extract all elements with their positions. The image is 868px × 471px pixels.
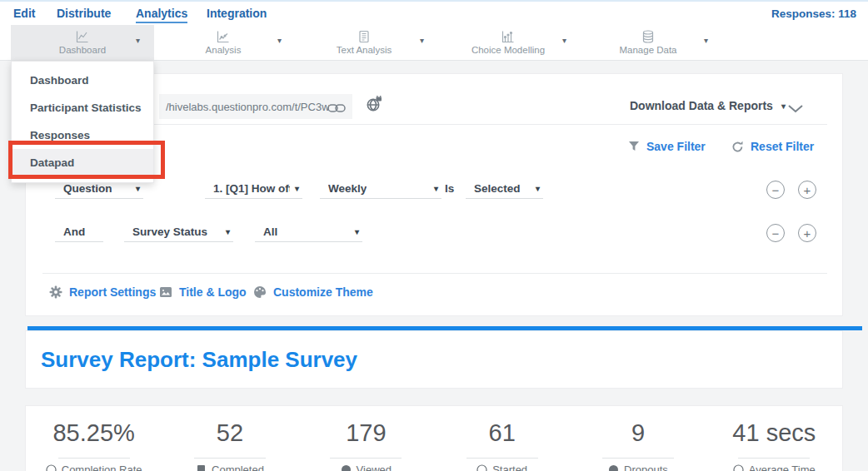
copy-link-icon[interactable] [327,102,346,117]
divider [738,458,810,459]
stat-value: 9 [570,419,706,447]
stats-row: 85.25% Completion Rate 52 Completed 179 … [26,406,842,471]
survey-status-field: Survey Status [132,226,207,238]
stat-value: 61 [434,419,570,447]
line-chart-icon [76,30,89,43]
filter-answer-select[interactable]: Weekly ▾ [320,179,441,199]
filter-question-select[interactable]: 1. [Q1] How often d... ▾ [205,179,302,199]
database-icon [641,30,655,43]
divider [42,124,827,125]
bar-dot-chart-icon [501,30,515,43]
stat-label: Started [492,464,527,471]
clock-icon [733,464,744,471]
tab-text-analysis-label: Text Analysis [337,45,392,55]
divider [466,458,538,459]
add-filter-button[interactable]: + [798,181,816,199]
nav-analytics[interactable]: Analytics [136,7,187,23]
stat-value: 179 [298,419,434,447]
conjunction-value: And [63,226,85,238]
questionpro-analytics-screen: Edit Distribute Analytics Integration Re… [0,0,868,471]
completion-rate-icon [46,464,57,471]
tab-analysis[interactable]: Analysis [157,25,290,60]
customize-theme-label: Customize Theme [273,285,373,299]
responses-count[interactable]: Responses: 118 [771,7,856,20]
stat-label: Completed [212,464,264,471]
menu-item-datapad[interactable]: Datapad [12,149,153,176]
tab-dashboard-label: Dashboard [59,45,106,55]
chevron-down-icon[interactable] [788,102,803,117]
stat-value: 52 [162,419,297,447]
tab-manage-data-label: Manage Data [619,45,676,55]
reset-filter-button[interactable]: Reset Filter [731,140,814,153]
filter-question-value: 1. [Q1] How often d... [213,182,290,195]
survey-status-select[interactable]: Survey Status ▾ [124,222,233,242]
caret-down-icon[interactable]: ▾ [420,36,424,45]
nav-edit[interactable]: Edit [13,7,35,20]
image-icon [159,285,172,299]
customize-theme-button[interactable]: Customize Theme [253,285,373,299]
caret-down-icon[interactable]: ▾ [277,36,282,45]
reset-filter-label: Reset Filter [751,140,814,153]
divider [42,273,827,274]
started-icon [476,464,487,471]
filter-condition-value: Selected [474,182,521,195]
title-logo-label: Title & Logo [179,285,247,299]
survey-status-value-select[interactable]: All ▾ [255,222,362,242]
divider [602,458,674,459]
operator-label: Is [445,182,454,195]
dashboard-dropdown-menu: Dashboard Participant Statistics Respons… [11,61,154,183]
refresh-icon [731,141,744,153]
nav-integration[interactable]: Integration [207,7,267,20]
nav-distribute[interactable]: Distribute [57,7,111,20]
filter-condition-select[interactable]: Selected ▾ [466,179,543,199]
stat-completed: 52 Completed [162,406,297,471]
stat-label: Dropouts [624,464,668,471]
report-settings-button[interactable]: Report Settings [49,285,156,299]
menu-item-participant-statistics[interactable]: Participant Statistics [12,94,153,121]
caret-down-icon[interactable]: ▾ [136,36,140,45]
document-lines-icon [357,30,371,43]
caret-down-icon: ▾ [434,184,438,193]
download-data-reports-label: Download Data & Reports [630,99,773,112]
menu-item-dashboard[interactable]: Dashboard [12,67,153,94]
stat-label: Completion Rate [62,464,142,471]
completed-icon [196,464,207,471]
tab-choice-modelling-label: Choice Modelling [471,45,545,55]
survey-url-input[interactable] [159,94,352,119]
caret-down-icon[interactable]: ▾ [704,36,708,45]
save-filter-label: Save Filter [646,140,706,153]
title-logo-button[interactable]: Title & Logo [159,285,247,299]
divider [330,458,402,459]
download-data-reports-button[interactable]: Download Data & Reports ▾ [630,99,786,112]
filter-answer-value: Weekly [328,182,367,195]
save-filter-button[interactable]: Save Filter [628,140,706,153]
stat-value: 85.25% [26,419,162,447]
conjunction-select[interactable]: And [55,222,103,242]
caret-down-icon: ▾ [355,227,359,236]
caret-down-icon: ▾ [295,184,299,193]
caret-down-icon: ▾ [536,184,540,193]
dropouts-icon [608,464,619,471]
stat-label: Viewed [357,464,392,471]
stat-value: 41 secs [706,419,842,447]
tab-analysis-label: Analysis [206,45,242,55]
remove-filter-button[interactable]: − [766,224,785,242]
tab-choice-modelling[interactable]: Choice Modelling [441,25,575,60]
menu-item-responses[interactable]: Responses [12,121,153,149]
add-filter-button[interactable]: + [798,224,816,242]
stats-card: 85.25% Completion Rate 52 Completed 179 … [25,405,843,471]
survey-status-value: All [263,226,277,238]
report-settings-label: Report Settings [69,285,156,299]
stat-dropouts: 9 Dropouts [570,406,706,471]
tab-manage-data[interactable]: Manage Data [581,25,715,60]
remove-filter-button[interactable]: − [766,181,785,199]
caret-down-icon: ▾ [781,102,786,111]
stat-started: 61 Started [434,406,570,471]
gear-icon [49,285,62,299]
divider [58,458,130,459]
globe-lock-icon[interactable] [366,96,382,116]
tab-dashboard[interactable]: Dashboard [11,25,154,60]
divider [194,458,266,459]
tab-text-analysis[interactable]: Text Analysis [297,25,431,60]
caret-down-icon[interactable]: ▾ [562,36,566,45]
